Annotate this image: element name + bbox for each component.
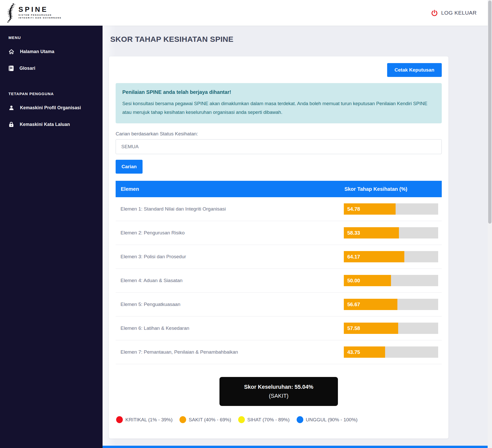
legend-item: UNGGUL (90% - 100%) xyxy=(297,416,358,423)
element-label: Elemen 2: Pengurusan Risiko xyxy=(116,230,344,236)
spine-graphic-icon xyxy=(6,3,17,23)
power-icon xyxy=(431,9,438,16)
legend-status-dot-icon xyxy=(116,416,123,423)
score-bar: 58.33 xyxy=(344,227,399,238)
alert-title: Penilaian SPINE anda telah berjaya dihan… xyxy=(122,89,435,95)
score-cell: 58.33 xyxy=(344,227,442,238)
score-bar-track: 64.17 xyxy=(344,251,438,262)
legend-label: KRITIKAL (1% - 39%) xyxy=(125,417,173,423)
score-cell: 50.00 xyxy=(344,275,442,286)
score-bar: 43.75 xyxy=(344,346,385,358)
legend-label: SIHAT (70% - 89%) xyxy=(247,417,290,423)
element-label: Elemen 1: Standard Nilai dan Integriti O… xyxy=(116,206,344,212)
legend-item: KRITIKAL (1% - 39%) xyxy=(116,416,173,423)
legend-item: SAKIT (40% - 69%) xyxy=(179,416,231,423)
score-bar-track: 54.78 xyxy=(344,203,438,215)
legend-label: UNGGUL (90% - 100%) xyxy=(306,417,358,423)
user-icon xyxy=(8,105,14,111)
page-title: SKOR TAHAP KESIHATAN SPINE xyxy=(110,35,488,44)
success-alert: Penilaian SPINE anda telah berjaya dihan… xyxy=(116,83,442,123)
overall-score-text: Skor Keseluruhan: 55.04% xyxy=(222,383,335,391)
score-bar: 64.17 xyxy=(344,251,404,262)
element-label: Elemen 3: Polisi dan Prosedur xyxy=(116,254,344,260)
logout-button[interactable]: LOG KELUAR xyxy=(431,9,477,16)
logo-title: SPINE xyxy=(18,6,62,13)
select-value: SEMUA xyxy=(121,144,139,150)
sidebar-item-glosari[interactable]: Glosari xyxy=(8,60,95,77)
status-kesihatan-select[interactable]: SEMUA xyxy=(116,139,442,154)
results-card: Cetak Keputusan Penilaian SPINE anda tel… xyxy=(109,56,448,439)
top-header: SPINE SISTEM PENGURUSAN INTEGRITI DAN GO… xyxy=(0,0,492,26)
sidebar-item-halaman-utama[interactable]: Halaman Utama xyxy=(8,43,95,60)
sidebar-item-label: Glosari xyxy=(19,66,35,71)
element-label: Elemen 7: Pemantauan, Penilaian & Penamb… xyxy=(116,349,344,355)
score-cell: 57.58 xyxy=(344,323,442,334)
logo-subtitle-2: INTEGRITI DAN GOVERNANS xyxy=(18,17,62,19)
legend-status-dot-icon xyxy=(179,416,186,423)
score-value: 43.75 xyxy=(344,349,360,355)
sidebar-item-label: Halaman Utama xyxy=(20,49,54,54)
score-value: 56.67 xyxy=(344,302,360,307)
score-bar-track: 58.33 xyxy=(344,227,438,238)
table-row: Elemen 2: Pengurusan Risiko 58.33 xyxy=(116,221,442,245)
score-bar: 56.67 xyxy=(344,299,397,310)
element-label: Elemen 5: Penguatkuasaan xyxy=(116,302,344,307)
score-bar-track: 56.67 xyxy=(344,299,438,310)
legend-status-dot-icon xyxy=(238,416,245,423)
page-scrollbar[interactable] xyxy=(488,0,492,448)
spine-logo: SPINE SISTEM PENGURUSAN INTEGRITI DAN GO… xyxy=(6,3,62,23)
table-row: Elemen 4: Aduan & Siasatan 50.00 xyxy=(116,269,442,293)
sidebar-item-kemaskini-kata-laluan[interactable]: Kemaskini Kata Laluan xyxy=(8,116,95,133)
legend-status-dot-icon xyxy=(297,416,303,423)
score-cell: 64.17 xyxy=(344,251,442,262)
table-row: Elemen 1: Standard Nilai dan Integriti O… xyxy=(116,197,442,221)
sidebar-item-label: Kemaskini Kata Laluan xyxy=(20,122,70,127)
sidebar-section-tetapan: TETAPAN PENGGUNA xyxy=(8,92,95,96)
table-body: Elemen 1: Standard Nilai dan Integriti O… xyxy=(116,197,442,364)
sidebar-section-menu: MENU xyxy=(8,35,95,40)
score-table: Elemen Skor Tahap Kesihatan (%) Elemen 1… xyxy=(116,181,442,364)
table-row: Elemen 5: Penguatkuasaan 56.67 xyxy=(116,293,442,316)
score-bar-track: 50.00 xyxy=(344,275,438,286)
score-bar: 57.58 xyxy=(344,323,398,334)
sidebar-item-kemaskini-profil[interactable]: Kemaskini Profil Organisasi xyxy=(8,99,95,116)
footer-accent-bar xyxy=(103,446,488,448)
score-bar-track: 43.75 xyxy=(344,346,438,358)
table-row: Elemen 6: Latihan & Kesedaran 57.58 xyxy=(116,316,442,340)
score-bar-track: 57.58 xyxy=(344,323,438,334)
score-bar: 50.00 xyxy=(344,275,391,286)
column-header-elemen: Elemen xyxy=(116,186,344,192)
score-value: 58.33 xyxy=(344,230,360,236)
lock-icon xyxy=(8,122,14,127)
score-value: 57.58 xyxy=(344,325,360,331)
table-header-row: Elemen Skor Tahap Kesihatan (%) xyxy=(116,181,442,197)
legend-label: SAKIT (40% - 69%) xyxy=(189,417,231,423)
home-icon xyxy=(8,49,14,55)
score-value: 54.78 xyxy=(344,206,360,212)
table-row: Elemen 3: Polisi dan Prosedur 64.17 xyxy=(116,245,442,269)
element-label: Elemen 4: Aduan & Siasatan xyxy=(116,278,344,283)
sidebar-item-label: Kemaskini Profil Organisasi xyxy=(20,105,81,111)
alert-body: Sesi konsultasi bersama pegawai SPINE ak… xyxy=(122,99,435,117)
cetak-keputusan-button[interactable]: Cetak Keputusan xyxy=(387,63,442,77)
score-cell: 54.78 xyxy=(344,203,442,215)
score-cell: 43.75 xyxy=(344,346,442,358)
status-legend: KRITIKAL (1% - 39%) SAKIT (40% - 69%) SI… xyxy=(116,416,442,423)
logout-label: LOG KELUAR xyxy=(441,10,477,16)
main-content: SKOR TAHAP KESIHATAN SPINE Cetak Keputus… xyxy=(103,26,488,448)
score-value: 64.17 xyxy=(344,254,360,260)
legend-item: SIHAT (70% - 89%) xyxy=(238,416,290,423)
overall-status-text: (SAKIT) xyxy=(222,392,335,400)
overall-score-box: Skor Keseluruhan: 55.04% (SAKIT) xyxy=(219,377,338,406)
carian-button[interactable]: Carian xyxy=(116,160,143,174)
scrollbar-thumb[interactable] xyxy=(488,1,491,224)
column-header-skor: Skor Tahap Kesihatan (%) xyxy=(344,186,442,192)
search-label: Carian berdasarkan Status Kesihatan: xyxy=(116,131,442,137)
score-value: 50.00 xyxy=(344,278,360,284)
book-icon xyxy=(8,65,14,71)
table-row: Elemen 7: Pemantauan, Penilaian & Penamb… xyxy=(116,340,442,364)
logo-subtitle-1: SISTEM PENGURUSAN xyxy=(18,14,62,17)
score-cell: 56.67 xyxy=(344,299,442,310)
sidebar: MENU Halaman Utama Glosari TETAPAN PENGG… xyxy=(0,26,103,448)
score-bar: 54.78 xyxy=(344,203,395,215)
